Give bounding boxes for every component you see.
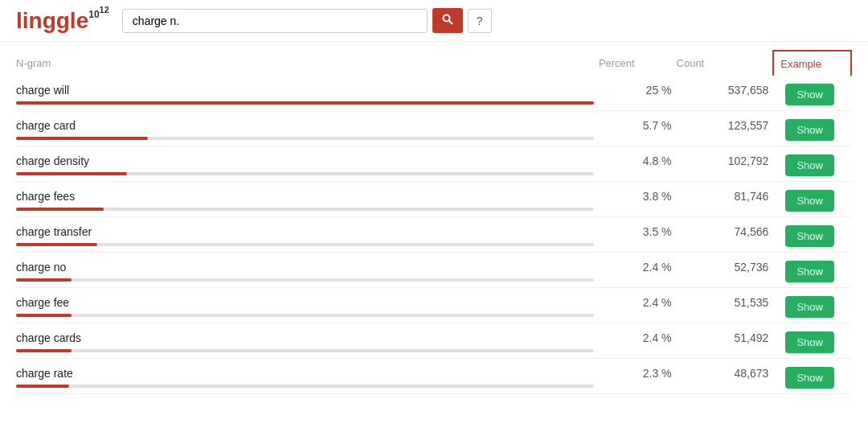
col-header-count: Count <box>677 51 774 76</box>
ngram-label: charge transfer <box>16 225 594 238</box>
logo-sub: 10 <box>88 10 99 19</box>
ngram-cell-7: charge cards <box>16 323 599 359</box>
percent-cell-7: 2.4 % <box>599 323 677 359</box>
table-row: charge will 25 % 537,658 Show <box>16 76 851 111</box>
percent-cell-0: 25 % <box>599 76 677 111</box>
show-button-2[interactable]: Show <box>785 154 834 176</box>
show-cell-5: Show <box>773 253 851 288</box>
percent-cell-2: 4.8 % <box>599 146 677 182</box>
count-cell-8: 48,673 <box>677 359 774 394</box>
search-input[interactable] <box>122 9 428 33</box>
bar-container <box>16 278 594 282</box>
bar-fill <box>16 349 72 352</box>
table-row: charge no 2.4 % 52,736 Show <box>16 253 851 288</box>
table-row: charge rate 2.3 % 48,673 Show <box>16 359 851 394</box>
bar-fill <box>16 385 69 388</box>
table-row: charge card 5.7 % 123,557 Show <box>16 111 851 146</box>
table-row: charge density 4.8 % 102,792 Show <box>16 146 851 182</box>
help-button[interactable]: ? <box>468 9 492 33</box>
table-row: charge fees 3.8 % 81,746 Show <box>16 182 851 217</box>
svg-point-0 <box>443 15 449 22</box>
bar-fill <box>16 172 127 175</box>
ngram-label: charge fees <box>16 190 594 203</box>
ngram-label: charge no <box>16 261 594 274</box>
show-cell-0: Show <box>773 76 851 111</box>
ngram-label: charge will <box>16 84 594 97</box>
show-cell-8: Show <box>773 359 851 394</box>
percent-cell-3: 3.8 % <box>599 182 677 217</box>
bar-container <box>16 385 594 388</box>
show-button-1[interactable]: Show <box>785 119 834 141</box>
count-cell-1: 123,557 <box>677 111 774 146</box>
search-container: ? <box>122 8 492 33</box>
show-cell-6: Show <box>773 288 851 323</box>
percent-cell-8: 2.3 % <box>599 359 677 394</box>
show-cell-3: Show <box>773 182 851 217</box>
show-cell-4: Show <box>773 217 851 253</box>
col-header-percent: Percent <box>599 51 677 76</box>
search-icon <box>442 14 453 25</box>
show-cell-1: Show <box>773 111 851 146</box>
logo-text: linggle <box>16 10 88 32</box>
bar-fill <box>16 137 148 140</box>
show-button-6[interactable]: Show <box>785 296 834 318</box>
bar-container <box>16 101 594 105</box>
percent-cell-1: 5.7 % <box>599 111 677 146</box>
ngram-cell-0: charge will <box>16 76 599 111</box>
ngram-cell-5: charge no <box>16 253 599 288</box>
bar-fill <box>16 278 72 282</box>
results-table: N-gram Percent Count Example charge will… <box>16 50 852 394</box>
percent-cell-5: 2.4 % <box>599 253 677 288</box>
show-button-4[interactable]: Show <box>785 225 834 247</box>
show-button-8[interactable]: Show <box>785 367 834 389</box>
results-table-container: N-gram Percent Count Example charge will… <box>0 42 868 402</box>
show-cell-2: Show <box>773 146 851 182</box>
ngram-cell-1: charge card <box>16 111 599 146</box>
bar-container <box>16 243 594 246</box>
bar-fill <box>16 314 72 317</box>
count-cell-7: 51,492 <box>677 323 774 359</box>
col-header-ngram: N-gram <box>16 51 599 76</box>
logo: linggle1012 <box>16 10 109 32</box>
table-row: charge cards 2.4 % 51,492 Show <box>16 323 851 359</box>
show-button-3[interactable]: Show <box>785 190 834 212</box>
count-cell-2: 102,792 <box>677 146 774 182</box>
bar-container <box>16 172 594 175</box>
percent-cell-6: 2.4 % <box>599 288 677 323</box>
count-cell-6: 51,535 <box>677 288 774 323</box>
bar-fill <box>16 208 104 211</box>
count-cell-4: 74,566 <box>677 217 774 253</box>
bar-container <box>16 137 594 140</box>
svg-line-1 <box>448 21 452 25</box>
show-button-5[interactable]: Show <box>785 261 834 282</box>
col-header-example: Example <box>773 51 851 76</box>
ngram-label: charge card <box>16 119 594 132</box>
ngram-cell-4: charge transfer <box>16 217 599 253</box>
count-cell-3: 81,746 <box>677 182 774 217</box>
percent-cell-4: 3.5 % <box>599 217 677 253</box>
header: linggle1012 ? <box>0 0 868 42</box>
bar-container <box>16 349 594 352</box>
show-button-0[interactable]: Show <box>785 84 834 105</box>
ngram-cell-3: charge fees <box>16 182 599 217</box>
bar-container <box>16 314 594 317</box>
ngram-label: charge fee <box>16 296 594 309</box>
show-cell-7: Show <box>773 323 851 359</box>
search-button[interactable] <box>432 8 463 33</box>
ngram-label: charge density <box>16 154 594 167</box>
ngram-cell-8: charge rate <box>16 359 599 394</box>
bar-fill <box>16 101 594 105</box>
count-cell-5: 52,736 <box>677 253 774 288</box>
ngram-cell-2: charge density <box>16 146 599 182</box>
bar-fill <box>16 243 97 246</box>
table-row: charge fee 2.4 % 51,535 Show <box>16 288 851 323</box>
show-button-7[interactable]: Show <box>785 331 834 353</box>
count-cell-0: 537,658 <box>677 76 774 111</box>
table-row: charge transfer 3.5 % 74,566 Show <box>16 217 851 253</box>
ngram-label: charge cards <box>16 331 594 344</box>
ngram-cell-6: charge fee <box>16 288 599 323</box>
bar-container <box>16 208 594 211</box>
ngram-label: charge rate <box>16 367 594 380</box>
